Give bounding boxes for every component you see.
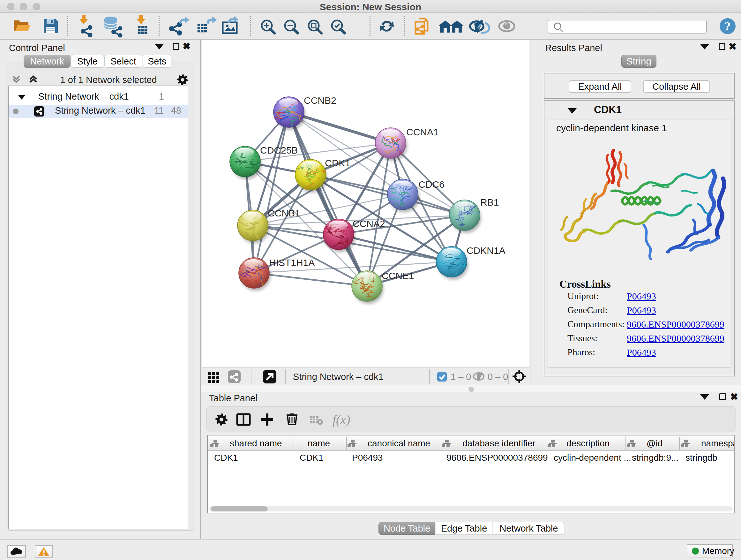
svg-text:name: name [308, 438, 330, 448]
svg-text:1 – 0: 1 – 0 [451, 372, 471, 382]
svg-text:@id: @id [647, 438, 663, 448]
svg-text:database identifier: database identifier [462, 438, 536, 448]
svg-text:description: description [566, 438, 610, 448]
svg-text:CDC25B: CDC25B [260, 145, 298, 155]
svg-text:f(x): f(x) [333, 413, 350, 427]
svg-text:CCNB2: CCNB2 [304, 95, 336, 106]
svg-text:?: ? [725, 19, 731, 33]
svg-text:CCNB1: CCNB1 [268, 208, 300, 219]
svg-text:0 – 0: 0 – 0 [488, 372, 509, 382]
svg-text:CCNA2: CCNA2 [353, 219, 385, 229]
svg-text:CDKN1A: CDKN1A [467, 245, 506, 256]
svg-text:CCNA1: CCNA1 [406, 127, 439, 137]
svg-text:namespace: namespace [701, 438, 734, 448]
svg-text:HIST1H1A: HIST1H1A [269, 257, 315, 268]
svg-text:RB1: RB1 [480, 197, 499, 207]
svg-text:CDK1: CDK1 [325, 158, 350, 168]
svg-text:String Network – cdk1: String Network – cdk1 [293, 372, 384, 382]
svg-text:canonical name: canonical name [367, 438, 430, 448]
svg-text:shared name: shared name [230, 438, 282, 448]
svg-text:CCNE1: CCNE1 [382, 270, 414, 281]
svg-text:CDC6: CDC6 [418, 179, 445, 190]
